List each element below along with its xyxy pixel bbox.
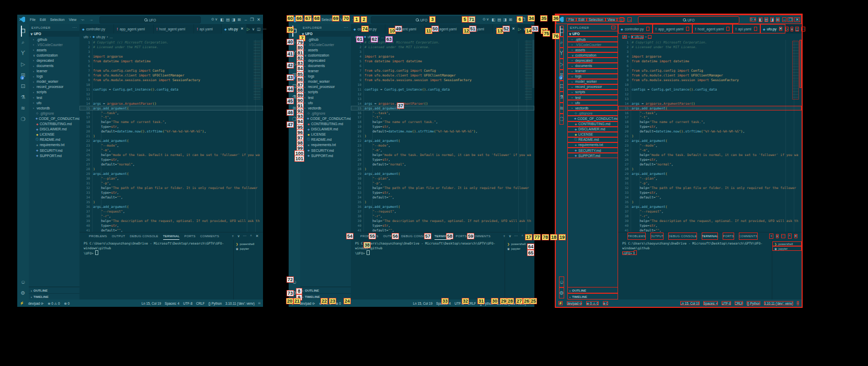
explorer-item-.github[interactable]: ›.github (29, 37, 79, 42)
explorer-item-record_processor[interactable]: ›record_processor (567, 84, 618, 90)
panel-tab-problems[interactable]: PROBLEMS (360, 232, 379, 240)
status-cursor-position[interactable]: Ln 15, Col 19 (680, 301, 700, 305)
status-python-interpreter[interactable]: 3.10.11 ('dev': venv) (497, 301, 526, 305)
more-terminal-actions-icon[interactable]: ⋯ (781, 234, 785, 238)
command-center-search[interactable]: UFO (99, 16, 201, 24)
menu-view[interactable]: View (338, 18, 350, 21)
tab-api.yaml[interactable]: !api.yaml (733, 24, 760, 34)
tab-close-button[interactable] (646, 27, 649, 31)
explorer-item-requirements.txt[interactable]: ≡requirements.txt (29, 142, 79, 148)
activity-accounts-icon[interactable]: ☺ (20, 276, 26, 287)
tab-close-button[interactable] (147, 27, 151, 31)
timeline-section[interactable]: › TIMELINE (567, 293, 618, 300)
status-notifications-bell[interactable]: ⍾ (797, 301, 799, 305)
tab-close-button[interactable] (379, 27, 382, 31)
terminal-profile-powershell[interactable]: ❯powershell (772, 241, 802, 246)
menu-selection[interactable]: Selection (48, 18, 67, 21)
explorer-item-logs[interactable]: ›logs (567, 74, 618, 79)
tab-controller.py[interactable]: ◆controller.py (351, 24, 385, 34)
tab-api.yaml[interactable]: !api.yaml (465, 24, 493, 34)
maximize-panel-icon[interactable]: ＾ (249, 234, 253, 239)
tab-close-button[interactable] (487, 27, 490, 31)
terminal-profile-powershell[interactable]: ❯powershell (505, 241, 534, 246)
status-encoding[interactable]: UTF-8 (722, 301, 731, 305)
breadcrumb-item-ufo[interactable]: ufo (84, 35, 88, 39)
explorer-item-DISCLAIMER.md[interactable]: ◆DISCLAIMER.md (567, 127, 618, 132)
activity-search-icon[interactable]: ⌕ (292, 37, 297, 48)
restore-button[interactable]: ❐ (787, 17, 793, 22)
timeline-section[interactable]: › TIMELINE (29, 293, 79, 300)
explorer-root-folder[interactable]: ∨ UFO (300, 31, 351, 37)
status-ports-forwarded[interactable]: ⊚ 0 (64, 301, 70, 305)
explorer-item-LICENSE[interactable]: ◆LICENSE (29, 132, 79, 137)
nav-back-button[interactable]: ← (620, 17, 624, 22)
maximize-panel-icon[interactable]: ＾ (788, 234, 792, 239)
explorer-item-LICENSE[interactable]: ◆LICENSE (300, 132, 351, 137)
menu-edit[interactable]: Edit (38, 18, 48, 21)
nav-forward-button[interactable]: → (627, 17, 632, 22)
breadcrumb-item-ufo.py[interactable]: ◆ufo.py (93, 35, 105, 39)
explorer-item-CONTRIBUTING.md[interactable]: ◆CONTRIBUTING.md (300, 121, 351, 127)
panel-tab-output[interactable]: OUTPUT (650, 232, 664, 240)
tab-app_agent.yaml[interactable]: !app_agent.yaml (385, 24, 425, 34)
editor-scrollbar[interactable] (532, 40, 534, 88)
tab-api.yaml[interactable]: !api.yaml (194, 24, 222, 34)
profile-switcher[interactable]: ⊙∨ (483, 17, 489, 21)
status-cursor-position[interactable]: Ln 15, Col 19 (413, 301, 432, 305)
explorer-item-documents[interactable]: ›documents (567, 63, 618, 68)
terminal-profile-jupyter[interactable]: ◉jupyter (772, 246, 802, 251)
explorer-item-documents[interactable]: ›documents (300, 63, 351, 68)
status-git-branch[interactable]: dev/pad ⟳ (567, 301, 582, 305)
status-problems-summary[interactable]: ⊗ 0 ⚠ 0 (586, 301, 598, 305)
activity-accounts-icon[interactable]: ☺ (559, 276, 564, 287)
explorer-item-vectordb[interactable]: ›vectordb (300, 105, 351, 110)
panel-tab-problems[interactable]: PROBLEMS (627, 232, 646, 240)
status-language-mode[interactable]: {} Python (747, 301, 760, 305)
layout-toggle-icon-1[interactable]: ▤ (226, 17, 230, 22)
explorer-item-documents[interactable]: ›documents (29, 63, 79, 68)
terminal-profile-jupyter[interactable]: ◉jupyter (505, 246, 534, 251)
activity-comments-icon[interactable]: ❍ (559, 114, 564, 125)
tab-ufo.py[interactable]: ◆ufo.py✕ (760, 24, 785, 34)
activity-docker-icon[interactable]: ≋ (559, 103, 564, 114)
explorer-item-assets[interactable]: ›assets (300, 47, 351, 52)
explorer-item-DISCLAIMER.md[interactable]: ◆DISCLAIMER.md (300, 127, 351, 132)
layout-toggle-icon-2[interactable]: ◨ (232, 17, 235, 22)
explorer-item-.gitignore[interactable]: ◇.gitignore (300, 110, 351, 116)
activity-extensions-icon[interactable]: ⊞2 (559, 70, 564, 81)
terminal-dropdown-icon[interactable]: ∨ (237, 234, 240, 238)
tab-close-button[interactable] (459, 27, 462, 31)
command-center-search[interactable]: UFO (638, 16, 739, 24)
status-eol-sequence[interactable]: CRLF (467, 301, 476, 305)
activity-docker-icon[interactable]: ≋ (21, 103, 26, 114)
layout-toggle-icon-0[interactable]: ◧ (492, 17, 495, 22)
breadcrumb-item-[interactable]: … (381, 35, 384, 39)
more-terminal-actions-icon[interactable]: ⋯ (243, 234, 246, 238)
layout-toggle-icon-2[interactable]: ◨ (770, 17, 774, 22)
status-indentation[interactable]: Spaces: 4 (703, 301, 718, 305)
explorer-item-.github[interactable]: ›.github (567, 37, 618, 42)
minimap[interactable] (525, 41, 532, 99)
menu-selection[interactable]: Selection (319, 18, 338, 21)
breadcrumb-item-[interactable]: … (648, 35, 651, 39)
close-button[interactable]: ✕ (527, 17, 533, 22)
tab-host_agent.yaml[interactable]: !host_agent.yaml (692, 24, 733, 34)
profile-switcher[interactable]: ⊙∨ (750, 17, 756, 21)
explorer-item-model_worker[interactable]: ›model_worker (29, 79, 79, 84)
activity-testing-icon[interactable]: ⚗ (21, 92, 26, 103)
tab-controller.py[interactable]: ◆controller.py (618, 24, 653, 34)
panel-tab-comments[interactable]: COMMENTS (200, 232, 219, 240)
explorer-item-CONTRIBUTING.md[interactable]: ◆CONTRIBUTING.md (29, 121, 79, 127)
panel-tab-output[interactable]: OUTPUT (383, 232, 397, 240)
tab-ufo.py[interactable]: ◆ufo.py✕ (222, 24, 247, 34)
status-eol-sequence[interactable]: CRLF (735, 301, 743, 305)
tab-host_agent.yaml[interactable]: !host_agent.yaml (154, 24, 194, 34)
run-python-file-icon[interactable]: ▷ (785, 27, 789, 31)
minimize-button[interactable]: – (782, 17, 786, 22)
activity-settings-icon[interactable]: ⚙ (20, 287, 26, 298)
terminal-dropdown-icon[interactable]: ∨ (509, 234, 511, 238)
explorer-item-model_worker[interactable]: ›model_worker (567, 79, 618, 84)
menu-edit[interactable]: Edit (576, 18, 587, 21)
status-python-interpreter[interactable]: 3.10.11 ('dev': venv) (764, 301, 793, 305)
menu-view[interactable]: View (67, 18, 79, 21)
